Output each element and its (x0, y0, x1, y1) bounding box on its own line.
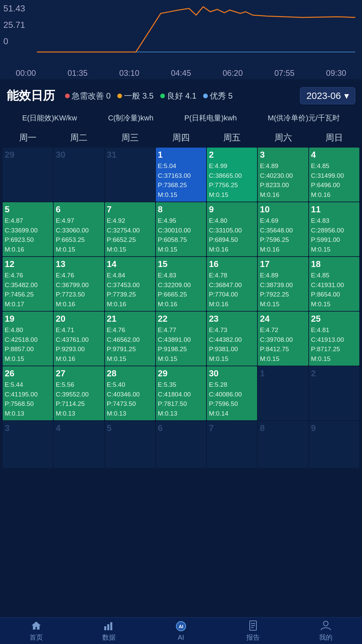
calendar-day-number: 22 (158, 314, 204, 324)
calendar-day-number: 1 (158, 150, 204, 160)
table-row[interactable]: 26E:5.44C:41195.00P:7568.50M:0.13 (3, 366, 53, 420)
calendar-day-number: 23 (209, 314, 255, 324)
excellent-dot (203, 94, 208, 98)
calendar-cell-data: E:4.95C:30010.00P:6058.75M:0.15 (158, 216, 204, 254)
weekday-5: 周六 (258, 128, 308, 147)
svg-rect-1 (104, 626, 106, 630)
table-row[interactable]: 5E:4.87C:33699.00P:6923.50M:0.16 (3, 202, 53, 256)
calendar-day-number: 9 (209, 204, 255, 215)
calendar-cell-data: E:4.84C:37453.00P:7739.25M:0.16 (107, 271, 153, 309)
nav-data[interactable]: 数据 (102, 620, 116, 642)
table-row[interactable]: 19E:4.80C:42518.00P:8857.00M:0.15 (3, 312, 53, 366)
y-label-1: 51.43 (3, 3, 25, 14)
table-row[interactable]: 14E:4.84C:37453.00P:7739.25M:0.16 (105, 257, 155, 311)
calendar-cell-data: E:4.83C:32209.00P:6665.25M:0.16 (158, 271, 204, 309)
svg-rect-3 (110, 622, 112, 630)
table-row[interactable]: 20E:4.71C:43761.00P:9293.00M:0.16 (54, 312, 104, 366)
calendar-cell-data: E:4.80C:42518.00P:8857.00M:0.15 (5, 325, 51, 364)
calendar-day-number: 6 (158, 423, 204, 433)
calendar-day-number: 28 (107, 368, 153, 379)
legend-urgent: 急需改善 0 (65, 91, 111, 101)
table-row: 4 (54, 421, 104, 468)
table-row[interactable]: 30E:5.28C:40086.00P:7596.50M:0.14 (207, 366, 257, 420)
nav-user-label: 我的 (319, 633, 333, 642)
calendar-day-number: 18 (311, 259, 357, 269)
table-row[interactable]: 6E:4.97C:33060.00P:6653.25M:0.15 (54, 202, 104, 256)
nav-report-label: 报告 (246, 633, 260, 642)
calendar-day-number: 17 (260, 259, 306, 269)
ecpm-legend: E(日能效)KW/kw C(制冷量)kwh P(日耗电量)kwh M(供冷单价)… (0, 110, 362, 128)
table-row[interactable]: 27E:5.56C:39552.00P:7114.25M:0.13 (54, 366, 104, 420)
calendar-cell-data: E:4.80C:33105.00P:6894.50M:0.16 (209, 216, 255, 254)
calendar-cell-data: E:4.76C:35482.00P:7456.25M:0.17 (5, 271, 51, 309)
calendar-day-number: 30 (56, 150, 102, 160)
table-row: 1 (258, 366, 308, 420)
calendar-day-number: 15 (158, 259, 204, 269)
table-row[interactable]: 9E:4.80C:33105.00P:6894.50M:0.16 (207, 202, 257, 256)
table-row[interactable]: 7E:4.92C:32754.00P:6652.25M:0.15 (105, 202, 155, 256)
x-label-5: 07:55 (275, 68, 295, 78)
calendar-cell-data: E:4.71C:43761.00P:9293.00M:0.16 (56, 325, 102, 364)
ecpm-e: E(日能效)KW/kw (22, 113, 77, 123)
nav-user[interactable]: 我的 (319, 620, 333, 642)
calendar-day-number: 2 (209, 150, 255, 160)
table-row[interactable]: 18E:4.85C:41931.00P:8654.00M:0.15 (309, 257, 359, 311)
table-row: 9 (309, 421, 359, 468)
x-label-0: 00:00 (16, 68, 36, 78)
calendar-cell-data: E:5.56C:39552.00P:7114.25M:0.13 (56, 380, 102, 418)
calendar-cell-data: E:4.76C:46562.00P:9791.25M:0.15 (107, 325, 153, 364)
nav-home[interactable]: 首页 (29, 620, 43, 642)
table-row: 30 (54, 148, 104, 202)
table-row[interactable]: 24E:4.72C:39708.00P:8412.75M:0.15 (258, 312, 308, 366)
calendar-day-number: 24 (260, 314, 306, 324)
table-row[interactable]: 3E:4.89C:40230.00P:8233.00M:0.16 (258, 148, 308, 202)
table-row[interactable]: 17E:4.89C:38739.00P:7922.25M:0.15 (258, 257, 308, 311)
calendar-day-number: 10 (260, 204, 306, 215)
table-row[interactable]: 4E:4.85C:31499.00P:6496.00M:0.16 (309, 148, 359, 202)
calendar-cell-data: E:5.44C:41195.00P:7568.50M:0.13 (5, 380, 51, 418)
calendar-cell-data: E:5.35C:41804.00P:7817.50M:0.13 (158, 380, 204, 418)
legend-items: 急需改善 0 一般 3.5 良好 4.1 优秀 5 (65, 91, 293, 101)
calendar-day-number: 19 (5, 314, 51, 324)
x-label-6: 09:30 (326, 68, 346, 78)
nav-ai[interactable]: AI AI (175, 620, 187, 641)
table-row[interactable]: 8E:4.95C:30010.00P:6058.75M:0.15 (156, 202, 206, 256)
table-row[interactable]: 10E:4.69C:35648.00P:7596.25M:0.16 (258, 202, 308, 256)
table-row[interactable]: 15E:4.83C:32209.00P:6665.25M:0.16 (156, 257, 206, 311)
weekday-0: 周一 (3, 128, 53, 147)
normal-dot (117, 94, 122, 98)
table-row[interactable]: 28E:5.40C:40346.00P:7473.50M:0.13 (105, 366, 155, 420)
date-picker[interactable]: 2023-06 ▾ (300, 87, 355, 104)
calendar-day-number: 7 (107, 204, 153, 215)
bottom-nav: 首页 数据 AI AI 报告 我的 (0, 617, 362, 644)
table-row[interactable]: 16E:4.78C:36847.00P:7704.00M:0.16 (207, 257, 257, 311)
table-row[interactable]: 29E:5.35C:41804.00P:7817.50M:0.13 (156, 366, 206, 420)
table-row[interactable]: 21E:4.76C:46562.00P:9791.25M:0.15 (105, 312, 155, 366)
svg-rect-2 (107, 624, 109, 630)
calendar-day-number: 29 (5, 150, 51, 160)
calendar-day-number: 20 (56, 314, 102, 324)
calendar-cell-data: E:4.89C:40230.00P:8233.00M:0.16 (260, 161, 306, 200)
table-row[interactable]: 12E:4.76C:35482.00P:7456.25M:0.17 (3, 257, 53, 311)
calendar-day-number: 16 (209, 259, 255, 269)
nav-report[interactable]: 报告 (246, 620, 260, 642)
table-row[interactable]: 23E:4.73C:44382.00P:9381.00M:0.15 (207, 312, 257, 366)
calendar-day-number: 9 (311, 423, 357, 433)
calendar-day-number: 1 (260, 368, 306, 379)
table-row[interactable]: 25E:4.81C:41913.00P:8717.25M:0.15 (309, 312, 359, 366)
svg-text:AI: AI (179, 624, 183, 629)
table-row[interactable]: 1E:5.04C:37163.00P:7368.25M:0.15 (156, 148, 206, 202)
calendar-day-number: 30 (209, 368, 255, 379)
calendar-cell-data: E:4.87C:33699.00P:6923.50M:0.16 (5, 216, 51, 254)
section-title: 能效日历 (7, 88, 55, 104)
table-row[interactable]: 11E:4.83C:28956.00P:5991.00M:0.15 (309, 202, 359, 256)
good-label: 良好 4.1 (167, 91, 196, 101)
table-row[interactable]: 22E:4.77C:43891.00P:9198.25M:0.15 (156, 312, 206, 366)
legend-good: 良好 4.1 (160, 91, 196, 101)
table-row[interactable]: 2E:4.99C:38665.00P:7756.25M:0.15 (207, 148, 257, 202)
calendar-cell-data: E:4.85C:41931.00P:8654.00M:0.15 (311, 271, 357, 309)
calendar-day-number: 8 (260, 423, 306, 433)
table-row[interactable]: 13E:4.76C:36799.00P:7723.50M:0.16 (54, 257, 104, 311)
y-label-2: 25.71 (3, 20, 25, 30)
calendar-cell-data: E:5.40C:40346.00P:7473.50M:0.13 (107, 380, 153, 418)
